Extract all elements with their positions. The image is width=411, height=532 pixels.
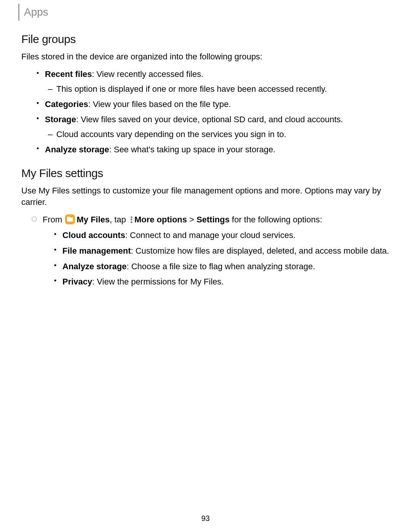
item-label: Cloud accounts	[62, 230, 125, 240]
list-item: Analyze storage: See what's taking up sp…	[37, 144, 390, 155]
item-desc: : View recently accessed files.	[92, 69, 204, 79]
item-desc: : Connect to and manage your cloud servi…	[125, 230, 296, 240]
file-groups-list: Recent files: View recently accessed fil…	[37, 69, 390, 155]
circle-bullet-icon	[31, 216, 37, 222]
step-item: From My Files, tap More options > Settin…	[31, 214, 390, 288]
page-header: Apps	[18, 4, 48, 21]
my-files-settings-intro: Use My Files settings to customize your …	[21, 185, 390, 208]
step-settings: Settings	[196, 215, 229, 224]
item-label: Analyze storage	[62, 262, 127, 271]
header-accent-bar	[18, 4, 19, 21]
my-files-icon	[65, 214, 75, 224]
page-number: 93	[0, 514, 411, 523]
step-mid1: , tap	[110, 215, 128, 224]
section-file-groups: File groups Files stored in the device a…	[21, 33, 390, 155]
sub-list: Cloud accounts vary depending on the ser…	[48, 129, 390, 140]
sub-list: This option is displayed if one or more …	[48, 83, 390, 95]
file-groups-intro: Files stored in the device are organized…	[21, 51, 390, 62]
item-label: Privacy	[62, 277, 92, 286]
item-desc: : Choose a file size to flag when analyz…	[127, 262, 315, 271]
more-options-icon	[129, 216, 133, 224]
step-list: From My Files, tap More options > Settin…	[31, 214, 390, 288]
item-label: Recent files	[45, 69, 92, 79]
item-desc: : View your files based on the file type…	[88, 99, 231, 109]
my-files-settings-heading: My Files settings	[21, 167, 390, 180]
step-arrow: >	[187, 215, 196, 224]
section-my-files-settings: My Files settings Use My Files settings …	[21, 167, 390, 288]
item-label: Analyze storage	[45, 145, 109, 154]
list-item: Analyze storage: Choose a file size to f…	[54, 261, 390, 273]
sub-item: Cloud accounts vary depending on the ser…	[48, 129, 390, 140]
step-app-name: My Files	[76, 215, 110, 224]
item-desc: : View files saved on your device, optio…	[76, 115, 343, 124]
step-suffix: for the following options:	[229, 215, 322, 224]
item-label: File management	[62, 246, 131, 256]
step-prefix: From	[43, 215, 64, 224]
item-desc: : View the permissions for My Files.	[92, 277, 224, 286]
svg-point-0	[32, 217, 37, 221]
item-desc: : See what's taking up space in your sto…	[109, 145, 276, 154]
item-desc: : Customize how files are displayed, del…	[131, 246, 389, 256]
page-content: File groups Files stored in the device a…	[21, 33, 390, 292]
list-item: Cloud accounts: Connect to and manage yo…	[54, 230, 390, 241]
item-label: Categories	[45, 99, 88, 109]
step-more-options: More options	[134, 215, 187, 224]
list-item: Categories: View your files based on the…	[37, 99, 390, 110]
item-label: Storage	[45, 115, 76, 124]
settings-options-list: Cloud accounts: Connect to and manage yo…	[54, 230, 390, 288]
list-item: File management: Customize how files are…	[54, 245, 390, 257]
file-groups-heading: File groups	[21, 33, 390, 46]
header-title: Apps	[24, 6, 48, 18]
sub-item: This option is displayed if one or more …	[48, 83, 390, 95]
list-item: Privacy: View the permissions for My Fil…	[54, 276, 390, 288]
list-item: Recent files: View recently accessed fil…	[37, 69, 390, 95]
list-item: Storage: View files saved on your device…	[37, 114, 390, 140]
